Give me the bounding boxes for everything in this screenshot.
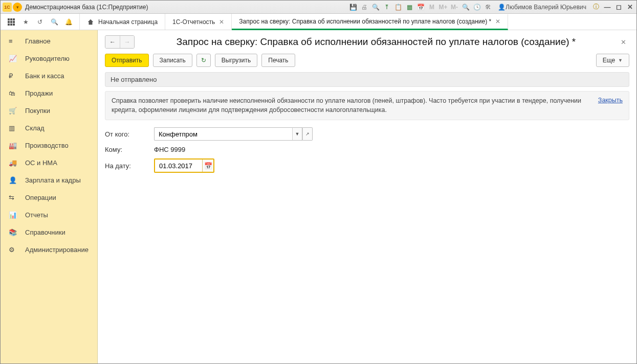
info-close-link[interactable]: Закрыть bbox=[598, 97, 623, 115]
person-icon: 👤 bbox=[9, 176, 18, 184]
save-button-label: Записать bbox=[160, 57, 186, 64]
date-picker-button[interactable]: 📅 bbox=[202, 160, 213, 172]
window-close[interactable]: ✕ bbox=[625, 3, 634, 12]
sidebar: ≡ Главное 📈 Руководителю ₽ Банк и касса … bbox=[1, 30, 98, 363]
factory-icon: 🏭 bbox=[9, 142, 18, 149]
sidebar-item-warehouse[interactable]: ▥ Склад bbox=[1, 119, 97, 136]
sidebar-item-admin[interactable]: ⚙ Администрирование bbox=[1, 241, 97, 258]
tool-calendar-icon[interactable]: 📅 bbox=[416, 3, 425, 12]
nav-tools: ★ ↺ 🔍 🔔 bbox=[1, 14, 80, 30]
sidebar-item-purchases[interactable]: 🛒 Покупки bbox=[1, 102, 97, 119]
tab-1c-reports-label: 1С-Отчетность bbox=[172, 18, 215, 26]
status-bar: Не отправлено bbox=[105, 72, 629, 87]
tab-home[interactable]: Начальная страница bbox=[80, 14, 165, 30]
from-open-button[interactable]: ↗ bbox=[302, 127, 313, 141]
export-button[interactable]: Выгрузить bbox=[215, 54, 258, 67]
sidebar-item-main[interactable]: ≡ Главное bbox=[1, 32, 97, 50]
more-button[interactable]: Еще ▼ bbox=[596, 54, 629, 67]
tool-settings-icon[interactable]: 🛠 bbox=[484, 3, 493, 12]
page-title: Запрос на сверку: Справка об исполнении … bbox=[135, 36, 618, 48]
tool-info-icon[interactable]: ⓘ bbox=[591, 3, 601, 12]
calc-m-icon[interactable]: М bbox=[427, 3, 436, 12]
save-button[interactable]: Записать bbox=[153, 54, 192, 67]
tool-zoom-icon[interactable]: 🔍 bbox=[461, 3, 470, 12]
to-row: Кому: ФНС 9999 bbox=[105, 146, 629, 153]
bag-icon: 🛍 bbox=[9, 89, 18, 97]
sidebar-item-production[interactable]: 🏭 Производство bbox=[1, 136, 97, 154]
sidebar-item-assets[interactable]: 🚚 ОС и НМА bbox=[1, 154, 97, 171]
tool-grid-icon[interactable]: ▦ bbox=[405, 3, 414, 12]
action-toolbar: Отправить Записать ↻ Выгрузить Печать Ещ… bbox=[105, 54, 629, 67]
status-text: Не отправлено bbox=[111, 76, 157, 83]
favorite-icon[interactable]: ★ bbox=[21, 17, 30, 27]
print-button-label: Печать bbox=[268, 57, 288, 64]
app-menu-dropdown[interactable]: ▾ bbox=[13, 3, 22, 12]
send-button-label: Отправить bbox=[112, 57, 142, 64]
from-input[interactable] bbox=[154, 127, 292, 141]
tab-1c-reports-close[interactable]: ✕ bbox=[219, 18, 224, 26]
tab-request[interactable]: Запрос на сверку: Справка об исполнении … bbox=[232, 14, 508, 30]
sidebar-item-label: Покупки bbox=[25, 107, 50, 115]
tool-print-icon[interactable]: 🖨 bbox=[360, 3, 369, 12]
svg-rect-2 bbox=[13, 18, 15, 20]
tool-save-icon[interactable]: 💾 bbox=[348, 3, 358, 12]
from-label: От кого: bbox=[105, 130, 154, 138]
books-icon: 📚 bbox=[9, 229, 18, 236]
tool-time-icon[interactable]: 🕓 bbox=[472, 3, 481, 12]
date-input[interactable] bbox=[155, 160, 202, 172]
export-button-label: Выгрузить bbox=[222, 57, 251, 64]
gear-icon: ⚙ bbox=[9, 246, 18, 254]
from-combo: ▼ ↗ bbox=[154, 127, 313, 141]
tool-copy-icon[interactable]: 📋 bbox=[393, 3, 403, 12]
sidebar-item-label: Операции bbox=[25, 194, 56, 201]
search-icon[interactable]: 🔍 bbox=[50, 17, 59, 27]
send-button[interactable]: Отправить bbox=[105, 54, 149, 67]
chart-up-icon: 📈 bbox=[9, 55, 18, 62]
tab-request-label: Запрос на сверку: Справка об исполнении … bbox=[239, 18, 491, 25]
sidebar-item-sales[interactable]: 🛍 Продажи bbox=[1, 84, 97, 102]
tab-request-close[interactable]: ✕ bbox=[495, 18, 500, 25]
info-panel: Справка позволяет проверить наличие неис… bbox=[105, 91, 629, 120]
history-icon[interactable]: ↺ bbox=[35, 17, 45, 27]
date-row: На дату: 📅 bbox=[105, 158, 629, 173]
refresh-icon: ↻ bbox=[201, 57, 206, 64]
window-minimize[interactable]: — bbox=[603, 3, 612, 12]
tab-1c-reports[interactable]: 1С-Отчетность ✕ bbox=[165, 14, 232, 30]
sidebar-item-reports[interactable]: 📊 Отчеты bbox=[1, 206, 97, 223]
sidebar-item-label: Руководителю bbox=[25, 55, 70, 62]
sidebar-item-operations[interactable]: ⇆ Операции bbox=[1, 189, 97, 206]
date-field: 📅 bbox=[154, 158, 214, 173]
tab-home-label: Начальная страница bbox=[98, 18, 158, 26]
window-maximize[interactable]: ◻ bbox=[614, 3, 623, 12]
nav-back-button[interactable]: ← bbox=[105, 36, 120, 48]
sidebar-item-directories[interactable]: 📚 Справочники bbox=[1, 223, 97, 241]
calc-mminus-icon[interactable]: М- bbox=[450, 3, 459, 12]
sidebar-item-label: Производство bbox=[25, 142, 69, 149]
to-label: Кому: bbox=[105, 146, 154, 153]
calc-mplus-icon[interactable]: М+ bbox=[438, 3, 448, 12]
bell-icon[interactable]: 🔔 bbox=[64, 17, 73, 27]
nav-back-forward: ← → bbox=[105, 35, 135, 49]
main-area: ≡ Главное 📈 Руководителю ₽ Банк и касса … bbox=[1, 30, 636, 363]
svg-rect-6 bbox=[8, 24, 10, 26]
svg-rect-0 bbox=[8, 18, 10, 20]
apps-grid-icon[interactable] bbox=[7, 17, 16, 27]
user-menu[interactable]: 👤 Любимов Валерий Юрьевич bbox=[495, 3, 589, 12]
svg-rect-5 bbox=[13, 21, 15, 23]
tool-preview-icon[interactable]: 🔍 bbox=[371, 3, 380, 12]
from-dropdown-button[interactable]: ▼ bbox=[292, 127, 302, 141]
tool-refresh-icon[interactable]: ⤒ bbox=[382, 3, 391, 12]
sidebar-item-hr[interactable]: 👤 Зарплата и кадры bbox=[1, 171, 97, 189]
sidebar-item-bank[interactable]: ₽ Банк и касса bbox=[1, 67, 97, 84]
sidebar-item-label: Главное bbox=[25, 37, 51, 45]
sidebar-item-manager[interactable]: 📈 Руководителю bbox=[1, 50, 97, 67]
nav-forward-button[interactable]: → bbox=[120, 36, 134, 48]
bars-icon: 📊 bbox=[9, 211, 18, 219]
page-header-row: ← → Запрос на сверку: Справка об исполне… bbox=[105, 35, 629, 49]
sidebar-item-label: Отчеты bbox=[25, 211, 48, 219]
refresh-button[interactable]: ↻ bbox=[196, 54, 211, 67]
svg-rect-1 bbox=[10, 18, 12, 20]
from-row: От кого: ▼ ↗ bbox=[105, 127, 629, 141]
page-close[interactable]: ✕ bbox=[618, 38, 629, 46]
print-button[interactable]: Печать bbox=[261, 54, 295, 67]
